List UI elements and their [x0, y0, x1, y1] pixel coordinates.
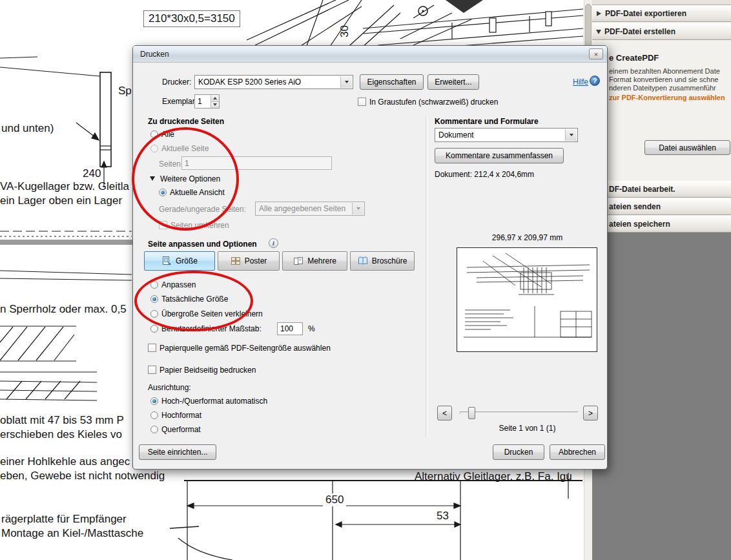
poster-mode-button[interactable]: Poster	[218, 251, 280, 271]
dropdown-arrow-icon	[352, 203, 364, 214]
radio-shrink-oversized-label[interactable]: Übergroße Seiten verkleinern	[161, 309, 263, 318]
custom-scale-input[interactable]	[277, 322, 303, 335]
label-und-unten: und unten)	[1, 122, 54, 135]
radio-all-pages-label[interactable]: Alle	[161, 130, 174, 139]
pages-group-title: Zu druckende Seiten	[148, 117, 224, 126]
panel-send-files-label: ateien senden	[609, 202, 661, 211]
preview-size-label: 296,97 x 209,97 mm	[446, 233, 609, 242]
createpdf-text-line3: nderen Dateitypen zusammenführ	[609, 84, 716, 92]
previous-page-button[interactable]: <	[437, 406, 452, 420]
booklet-mode-button[interactable]: Broschüre	[350, 251, 415, 271]
dialog-title: Drucken	[140, 50, 169, 59]
radio-current-view-label[interactable]: Aktuelle Ansicht	[170, 188, 225, 197]
comments-select-value: Dokument	[438, 130, 474, 140]
panel-edit-pdf[interactable]: DF-Datei bearbeit.	[592, 181, 731, 198]
createpdf-heading: e CreatePDF	[609, 53, 659, 63]
multiple-pages-icon	[293, 256, 304, 266]
document-size-label: Dokument: 212,4 x 204,6mm	[435, 170, 534, 179]
size-mode-button[interactable]: Größe	[144, 251, 215, 271]
sidebar-empty-area	[592, 233, 731, 560]
radio-custom-scale[interactable]	[150, 325, 158, 333]
radio-orientation-auto-label[interactable]: Hoch-/Querformat automatisch	[161, 397, 267, 406]
panel-edit-pdf-label: DF-Datei bearbeit.	[609, 185, 675, 194]
label-sp: Sp	[118, 85, 132, 98]
radio-current-page-label[interactable]: Aktuelle Seite	[161, 144, 209, 153]
print-button[interactable]: Drucken	[493, 444, 544, 460]
pages-range-input[interactable]	[181, 156, 332, 170]
cancel-button[interactable]: Abbrechen	[550, 444, 605, 460]
reverse-pages-label: Seiten umkehren	[170, 221, 229, 230]
properties-button[interactable]: Eigenschaften	[360, 74, 424, 90]
radio-portrait-label[interactable]: Hochformat	[161, 411, 201, 420]
radio-current-page[interactable]	[150, 145, 158, 152]
label-kiel: erschieben des Kieles vo	[0, 428, 122, 441]
label-traegerplatte: rägerplatte für Empfänger	[1, 513, 127, 526]
radio-current-view[interactable]	[159, 189, 167, 196]
dropdown-arrow-icon[interactable]	[565, 129, 577, 141]
panel-send-files[interactable]: ateien senden	[592, 198, 731, 215]
print-preview	[457, 247, 597, 352]
panel-create-pdf[interactable]: PDF-Datei erstellen	[592, 23, 731, 40]
pdf-convert-link[interactable]: zur PDF-Konvertierung auswählen	[609, 94, 725, 101]
more-options-label[interactable]: Weitere Optionen	[160, 174, 220, 183]
panel-save-files[interactable]: ateien speichern	[592, 216, 731, 233]
page-setup-button[interactable]: Seite einrichten...	[139, 444, 216, 460]
panel-create-pdf-label: PDF-Datei erstellen	[604, 27, 675, 36]
multiple-mode-button[interactable]: Mehrere	[282, 251, 347, 271]
radio-all-pages[interactable]	[150, 130, 158, 138]
radio-fit-label[interactable]: Anpassen	[161, 280, 196, 289]
odd-even-select[interactable]: Alle angegebenen Seiten	[255, 202, 365, 216]
poster-grid-icon	[231, 256, 241, 266]
copies-stepper[interactable]: 1	[194, 94, 220, 109]
grayscale-checkbox[interactable]	[358, 98, 366, 106]
createpdf-text-line1: einem bezahlten Abonnement Date	[609, 67, 720, 75]
dropdown-arrow-icon[interactable]	[340, 76, 352, 88]
print-dialog: Drucken × Drucker: KODAK ESP 5200 Series…	[132, 45, 608, 470]
duplex-label: Papier Beidseitig bedrucken	[160, 366, 256, 375]
dimension-formula: 210*30x0,5=3150	[143, 10, 240, 27]
copies-value: 1	[198, 97, 202, 106]
printer-select[interactable]: KODAK ESP 5200 Series AiO	[194, 75, 353, 89]
info-icon[interactable]: i	[269, 238, 278, 248]
printer-label: Drucker:	[162, 78, 191, 87]
next-page-button[interactable]: >	[583, 406, 598, 420]
page-slider-handle[interactable]	[468, 407, 475, 419]
close-button[interactable]: ×	[589, 48, 603, 59]
duplex-checkbox[interactable]	[148, 366, 156, 374]
help-icon[interactable]: ?	[590, 76, 600, 86]
dimension-53: 53	[434, 510, 451, 523]
paper-source-checkbox[interactable]	[148, 344, 156, 352]
help-link[interactable]: Hilfe	[573, 78, 588, 87]
paper-source-label: Papierquelle gemäß PDF-Seitengröße auswä…	[160, 344, 331, 353]
panel-save-files-label: ateien speichern	[609, 220, 670, 229]
reverse-pages-checkbox[interactable]	[159, 221, 167, 229]
comments-select[interactable]: Dokument	[435, 128, 578, 142]
radio-actual-size-label[interactable]: Tatsächliche Größe	[161, 295, 228, 304]
booklet-mode-label: Broschüre	[372, 256, 407, 265]
dialog-title-bar[interactable]: Drucken	[133, 46, 607, 63]
page-slider-track[interactable]	[460, 411, 579, 414]
radio-portrait[interactable]	[150, 411, 158, 419]
spin-up-button[interactable]	[211, 95, 219, 101]
spin-down-button[interactable]	[211, 101, 219, 109]
more-options-disclosure-icon[interactable]	[150, 176, 155, 181]
label-lager: ein Lager oben ein Lager	[0, 194, 122, 207]
summarize-comments-button[interactable]: Kommentare zusammenfassen	[435, 148, 564, 163]
radio-custom-scale-label[interactable]: Benutzerdefinierter Maßstab:	[161, 324, 262, 333]
label-kugellager: VA-Kugellager bzw. Gleitla	[0, 180, 129, 193]
poster-mode-label: Poster	[245, 256, 267, 265]
advanced-button[interactable]: Erweitert...	[427, 74, 479, 90]
label-gewebe: eben, Gewebe ist nicht notwendig	[0, 470, 165, 482]
radio-actual-size[interactable]	[150, 295, 158, 303]
radio-landscape-label[interactable]: Querformat	[161, 425, 201, 434]
odd-even-label: Gerade/ungerade Seiten:	[159, 205, 246, 214]
radio-orientation-auto[interactable]	[150, 397, 158, 405]
choose-file-button[interactable]: Datei auswählen	[644, 140, 730, 155]
chevron-right-icon	[597, 11, 601, 16]
radio-shrink-oversized[interactable]	[150, 310, 158, 318]
multiple-mode-label: Mehrere	[307, 256, 336, 265]
radio-landscape[interactable]	[150, 426, 158, 433]
radio-fit[interactable]	[150, 281, 158, 289]
pages-range-label: Seiten	[159, 160, 181, 169]
panel-export-pdf[interactable]: PDF-Datei exportieren	[592, 5, 731, 22]
